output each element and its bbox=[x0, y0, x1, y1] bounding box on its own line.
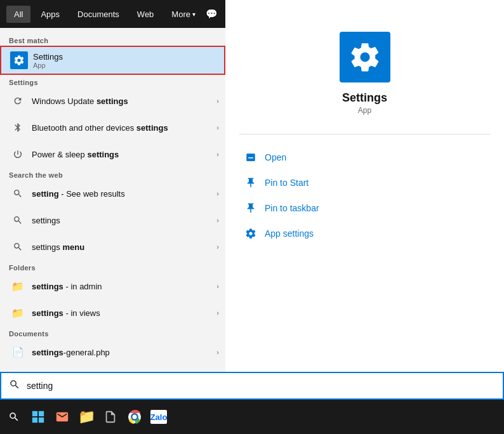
pin-start-icon bbox=[244, 176, 257, 189]
folders-section-label: Folders bbox=[0, 260, 225, 273]
app-type: App bbox=[358, 106, 371, 115]
svg-rect-1 bbox=[39, 411, 44, 416]
search-icon-2 bbox=[9, 211, 27, 229]
doc-php-title: settings-general.php bbox=[32, 348, 214, 357]
tab-more[interactable]: More bbox=[164, 6, 203, 23]
bluetooth-text: Bluetooth and other devices settings bbox=[32, 123, 214, 133]
action-pin-taskbar[interactable]: Pin to taskbar bbox=[244, 195, 485, 221]
tab-all[interactable]: All bbox=[6, 6, 30, 23]
power-sleep-settings[interactable]: Power & sleep settings › bbox=[0, 141, 225, 168]
best-match-subtitle: App bbox=[33, 62, 218, 69]
taskbar-mail-icon[interactable] bbox=[51, 405, 74, 428]
web-settings-title: settings bbox=[32, 216, 214, 225]
web-settings-menu-title: settings menu bbox=[32, 242, 214, 252]
best-match-settings[interactable]: Settings App bbox=[0, 46, 225, 75]
taskbar-chrome-icon[interactable] bbox=[123, 405, 146, 428]
documents-section-label: Documents bbox=[0, 326, 225, 339]
chevron-icon-3: › bbox=[216, 150, 219, 158]
search-input[interactable] bbox=[27, 381, 495, 391]
power-sleep-title: Power & sleep settings bbox=[32, 150, 214, 159]
chevron-icon-6: › bbox=[216, 243, 219, 251]
search-icon-3 bbox=[9, 238, 27, 256]
action-pin-start[interactable]: Pin to Start bbox=[244, 170, 485, 195]
power-sleep-text: Power & sleep settings bbox=[32, 150, 214, 159]
svg-rect-3 bbox=[39, 418, 44, 423]
pin-taskbar-icon bbox=[244, 202, 257, 214]
taskbar: 📁 Zalo bbox=[0, 400, 504, 434]
folder-admin-title: settings - in admin bbox=[32, 282, 214, 291]
web-settings-result[interactable]: settings › bbox=[0, 207, 225, 233]
chevron-icon-5: › bbox=[216, 216, 219, 224]
app-settings-label: App settings bbox=[265, 228, 314, 239]
open-icon bbox=[244, 151, 257, 164]
web-setting-result[interactable]: setting - See web results › bbox=[0, 180, 225, 207]
web-settings-menu-result[interactable]: settings menu › bbox=[0, 233, 225, 260]
feedback-icon[interactable]: 💬 bbox=[206, 8, 218, 20]
tabs-bar: All Apps Documents Web More 💬 ⋯ bbox=[0, 0, 225, 28]
chevron-icon-4: › bbox=[216, 190, 219, 197]
chevron-icon-9: › bbox=[216, 348, 219, 356]
folder-admin-text: settings - in admin bbox=[32, 282, 214, 291]
action-list: Open Pin to Start Pin to taskbar bbox=[225, 145, 504, 246]
chevron-icon-2: › bbox=[216, 124, 219, 131]
bluetooth-icon bbox=[9, 119, 27, 136]
folder-settings-admin[interactable]: 📁 settings - in admin › bbox=[0, 273, 225, 299]
web-section-label: Search the web bbox=[0, 168, 225, 180]
tab-web[interactable]: Web bbox=[129, 6, 162, 23]
chevron-icon-8: › bbox=[216, 309, 219, 317]
web-settings-text: settings bbox=[32, 216, 214, 225]
windows-update-title: Windows Update settings bbox=[32, 96, 214, 106]
folder-icon: 📁 bbox=[9, 277, 27, 295]
app-icon-large bbox=[340, 32, 390, 82]
chevron-icon-7: › bbox=[216, 282, 219, 290]
folder-views-title: settings - in views bbox=[32, 308, 214, 318]
svg-point-6 bbox=[133, 415, 137, 419]
app-name: Settings bbox=[342, 91, 387, 105]
folder-settings-views[interactable]: 📁 settings - in views › bbox=[0, 299, 225, 326]
power-icon bbox=[9, 145, 27, 163]
web-setting-text: setting - See web results bbox=[32, 189, 214, 199]
taskbar-folder-icon[interactable]: 📁 bbox=[75, 405, 98, 428]
web-setting-title: setting - See web results bbox=[32, 189, 214, 199]
open-label: Open bbox=[265, 152, 286, 162]
doc-php-text: settings-general.php bbox=[32, 348, 214, 357]
windows-update-settings[interactable]: Windows Update settings › bbox=[0, 88, 225, 114]
taskbar-zalo-icon[interactable]: Zalo bbox=[147, 405, 170, 428]
settings-app-icon bbox=[10, 51, 28, 69]
settings-section-label: Settings bbox=[0, 75, 225, 88]
tab-documents[interactable]: Documents bbox=[70, 6, 127, 23]
pin-start-label: Pin to Start bbox=[265, 178, 308, 188]
folder-icon-2: 📁 bbox=[9, 304, 27, 322]
action-open[interactable]: Open bbox=[244, 145, 485, 170]
web-settings-menu-text: settings menu bbox=[32, 242, 214, 252]
zalo-label: Zalo bbox=[150, 410, 167, 424]
chevron-icon: › bbox=[216, 97, 219, 105]
best-match-label: Best match bbox=[0, 33, 225, 46]
results-list: Best match Settings App Settings Wind bbox=[0, 28, 225, 398]
action-app-settings[interactable]: App settings bbox=[244, 221, 485, 246]
pin-taskbar-label: Pin to taskbar bbox=[265, 203, 319, 213]
best-match-text: Settings App bbox=[33, 52, 218, 69]
app-settings-icon bbox=[244, 227, 257, 240]
taskbar-windows-icon[interactable] bbox=[27, 405, 50, 428]
search-bar-icon bbox=[9, 379, 20, 393]
best-match-title: Settings bbox=[33, 52, 218, 62]
search-icon bbox=[9, 185, 27, 202]
tab-apps[interactable]: Apps bbox=[33, 6, 67, 23]
search-bar bbox=[0, 372, 504, 400]
bluetooth-settings[interactable]: Bluetooth and other devices settings › bbox=[0, 114, 225, 141]
doc-settings-php[interactable]: 📄 settings-general.php › bbox=[0, 339, 225, 365]
divider bbox=[239, 134, 490, 135]
taskbar-notepad-icon[interactable] bbox=[99, 405, 122, 428]
right-panel: Settings App Open Pin to Start bbox=[225, 0, 504, 398]
svg-rect-2 bbox=[32, 418, 37, 423]
search-panel: All Apps Documents Web More 💬 ⋯ Best mat… bbox=[0, 0, 225, 398]
svg-rect-0 bbox=[32, 411, 37, 416]
taskbar-search-button[interactable] bbox=[3, 405, 25, 428]
refresh-icon bbox=[9, 92, 27, 110]
bluetooth-title: Bluetooth and other devices settings bbox=[32, 123, 214, 133]
doc-icon: 📄 bbox=[9, 343, 27, 361]
windows-update-text: Windows Update settings bbox=[32, 96, 214, 106]
folder-views-text: settings - in views bbox=[32, 308, 214, 318]
